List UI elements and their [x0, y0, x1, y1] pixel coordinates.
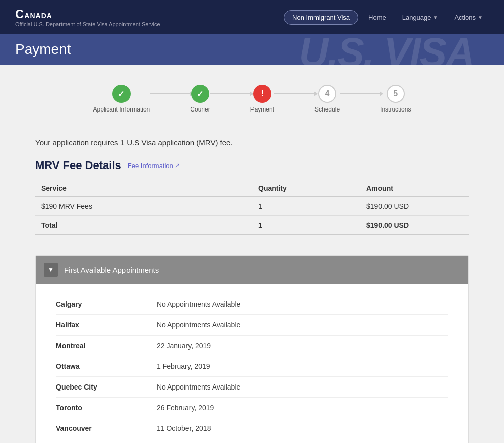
appointment-date: 11 October, 2018 — [157, 424, 211, 432]
appointment-city: Vancouver — [56, 424, 157, 432]
appointment-city: Calgary — [56, 300, 157, 308]
appointment-row: Vancouver11 October, 2018 — [56, 418, 448, 438]
total-amount: $190.00 USD — [360, 216, 469, 235]
appointment-date: 22 January, 2019 — [157, 342, 211, 350]
fee-total-row: Total 1 $190.00 USD — [35, 216, 469, 235]
appointments-dropdown-button[interactable]: ▼ — [44, 263, 58, 277]
fee-service-1: $190 MRV Fees — [35, 197, 252, 216]
fee-table: Service Quantity Amount $190 MRV Fees 1 … — [35, 180, 469, 235]
appointment-city: Quebec City — [56, 383, 157, 391]
logo-subtitle: Official U.S. Department of State Visa A… — [15, 21, 284, 27]
fee-amount-1: $190.00 USD — [360, 197, 469, 216]
main-content: ✓ Applicant Information ✓ Courier ! Paym… — [25, 65, 479, 443]
connector-4-5 — [340, 93, 380, 94]
appointment-row: Montreal22 January, 2019 — [56, 336, 448, 356]
appointment-city: Montreal — [56, 342, 157, 350]
mrv-title: MRV Fee Details — [35, 159, 121, 172]
fee-row-1: $190 MRV Fees 1 $190.00 USD — [35, 197, 469, 216]
connector-1-2 — [150, 93, 190, 94]
external-link-icon: ↗ — [175, 162, 180, 169]
mrv-title-row: MRV Fee Details Fee Information ↗ — [35, 159, 469, 172]
appointments-container: ▼ First Available Appointments CalgaryNo… — [35, 255, 469, 443]
appointment-date: 1 February, 2019 — [157, 362, 210, 370]
page-title: Payment — [15, 41, 71, 58]
appointment-row: HalifaxNo Appointments Available — [56, 315, 448, 336]
logo-title: Canada — [15, 7, 284, 21]
step-2-circle: ✓ — [191, 85, 209, 103]
appointment-row: CalgaryNo Appointments Available — [56, 294, 448, 315]
step-2-label: Courier — [190, 106, 210, 113]
appointment-city: Toronto — [56, 404, 157, 412]
appointment-date: No Appointments Available — [157, 383, 240, 391]
application-note: Your application requires 1 U.S Visa app… — [35, 138, 469, 147]
appointments-title: First Available Appointments — [64, 266, 159, 274]
appointment-date: No Appointments Available — [157, 300, 240, 308]
step-1-label: Applicant Information — [93, 106, 150, 113]
total-quantity: 1 — [252, 216, 360, 235]
step-1-circle: ✓ — [112, 85, 131, 103]
appointment-city: Halifax — [56, 321, 157, 329]
step-3-label: Payment — [250, 106, 274, 113]
appointments-header: ▼ First Available Appointments — [36, 256, 468, 284]
step-4-circle: 4 — [318, 85, 336, 103]
fee-info-link[interactable]: Fee Information ↗ — [128, 162, 180, 170]
non-immigrant-visa-pill[interactable]: Non Immigrant Visa — [284, 10, 358, 25]
step-4-label: Schedule — [314, 106, 340, 113]
col-header-quantity: Quantity — [252, 180, 360, 197]
appointments-body: CalgaryNo Appointments AvailableHalifaxN… — [36, 284, 468, 443]
appointment-row: Ottawa1 February, 2019 — [56, 356, 448, 377]
appointment-date: 26 February, 2019 — [157, 404, 214, 412]
step-instructions: 5 Instructions — [380, 85, 411, 113]
actions-link[interactable]: Actions ▼ — [448, 11, 489, 24]
header: Canada Official U.S. Department of State… — [0, 0, 504, 34]
banner-watermark: U.S. VISA — [299, 34, 474, 65]
col-header-amount: Amount — [360, 180, 469, 197]
appointment-city: Ottawa — [56, 362, 157, 370]
header-nav: Non Immigrant Visa Home Language ▼ Actio… — [284, 10, 489, 25]
page-banner: Payment U.S. VISA — [0, 34, 504, 65]
language-dropdown-icon: ▼ — [433, 15, 438, 20]
progress-bar: ✓ Applicant Information ✓ Courier ! Paym… — [35, 80, 469, 118]
step-3-circle: ! — [253, 85, 271, 103]
actions-dropdown-icon: ▼ — [478, 15, 483, 20]
step-payment: ! Payment — [250, 85, 274, 113]
appointment-row: Toronto26 February, 2019 — [56, 398, 448, 418]
home-link[interactable]: Home — [362, 11, 392, 24]
logo-area: Canada Official U.S. Department of State… — [15, 7, 284, 27]
step-courier: ✓ Courier — [190, 85, 210, 113]
step-5-circle: 5 — [387, 85, 405, 103]
col-header-service: Service — [35, 180, 252, 197]
step-5-label: Instructions — [380, 106, 411, 113]
step-applicant-info: ✓ Applicant Information — [93, 85, 150, 113]
connector-2-3 — [210, 93, 250, 94]
step-schedule: 4 Schedule — [314, 85, 340, 113]
appointment-row: Quebec CityNo Appointments Available — [56, 377, 448, 398]
language-link[interactable]: Language ▼ — [396, 11, 445, 24]
connector-3-4 — [274, 93, 314, 94]
fee-quantity-1: 1 — [252, 197, 360, 216]
total-label: Total — [35, 216, 252, 235]
appointment-date: No Appointments Available — [157, 321, 240, 329]
